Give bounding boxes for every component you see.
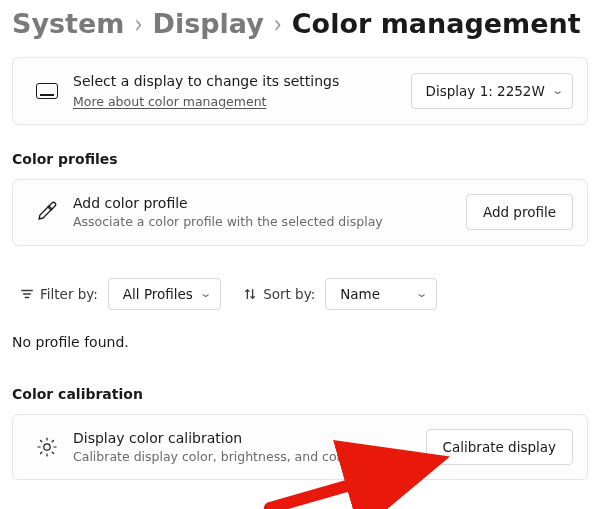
svg-line-11 bbox=[52, 441, 53, 442]
calibration-title: Display color calibration bbox=[73, 429, 418, 448]
svg-line-9 bbox=[52, 452, 53, 453]
sort-by-label: Sort by: bbox=[263, 286, 315, 302]
display-icon bbox=[27, 83, 67, 99]
svg-line-8 bbox=[41, 441, 42, 442]
filter-selector-value: All Profiles bbox=[123, 286, 193, 302]
display-selector[interactable]: Display 1: 2252W ⌄ bbox=[411, 73, 573, 109]
breadcrumb: System › Display › Color management bbox=[0, 0, 600, 57]
sort-selector[interactable]: Name ⌄ bbox=[325, 278, 437, 310]
chevron-down-icon: ⌄ bbox=[199, 287, 212, 300]
filter-icon bbox=[20, 287, 34, 301]
breadcrumb-display[interactable]: Display bbox=[152, 8, 263, 39]
sort-selector-value: Name bbox=[340, 286, 380, 302]
eyedropper-icon bbox=[27, 200, 67, 224]
calibration-sub: Calibrate display color, brightness, and… bbox=[73, 449, 418, 466]
no-profile-found: No profile found. bbox=[0, 312, 600, 358]
calibrate-display-button-label: Calibrate display bbox=[443, 439, 556, 455]
section-color-calibration: Color calibration bbox=[0, 358, 600, 414]
filter-selector[interactable]: All Profiles ⌄ bbox=[108, 278, 221, 310]
add-profile-sub: Associate a color profile with the selec… bbox=[73, 214, 458, 231]
filter-by-label: Filter by: bbox=[40, 286, 98, 302]
add-color-profile-card: Add color profile Associate a color prof… bbox=[12, 179, 588, 246]
breadcrumb-system[interactable]: System bbox=[12, 8, 124, 39]
chevron-down-icon: ⌄ bbox=[415, 287, 428, 300]
svg-line-10 bbox=[41, 452, 42, 453]
filter-label-group: Filter by: bbox=[20, 286, 98, 302]
add-profile-button-label: Add profile bbox=[483, 204, 556, 220]
display-card-title: Select a display to change its settings bbox=[73, 72, 403, 91]
chevron-right-icon: › bbox=[134, 8, 142, 39]
display-selector-card: Select a display to change its settings … bbox=[12, 57, 588, 125]
breadcrumb-current: Color management bbox=[292, 8, 581, 39]
add-profile-title: Add color profile bbox=[73, 194, 458, 213]
add-profile-button[interactable]: Add profile bbox=[466, 194, 573, 230]
sort-label-group: Sort by: bbox=[243, 286, 315, 302]
chevron-right-icon: › bbox=[274, 8, 282, 39]
more-about-color-management-link[interactable]: More about color management bbox=[73, 94, 267, 109]
chevron-down-icon: ⌄ bbox=[551, 84, 564, 97]
calibrate-display-button[interactable]: Calibrate display bbox=[426, 429, 573, 465]
section-color-profiles: Color profiles bbox=[0, 139, 600, 179]
display-calibration-card: Display color calibration Calibrate disp… bbox=[12, 414, 588, 481]
svg-point-3 bbox=[44, 444, 50, 450]
filter-sort-row: Filter by: All Profiles ⌄ Sort by: Name … bbox=[0, 260, 600, 312]
sort-icon bbox=[243, 287, 257, 301]
brightness-icon bbox=[27, 435, 67, 459]
display-selector-value: Display 1: 2252W bbox=[426, 83, 545, 99]
